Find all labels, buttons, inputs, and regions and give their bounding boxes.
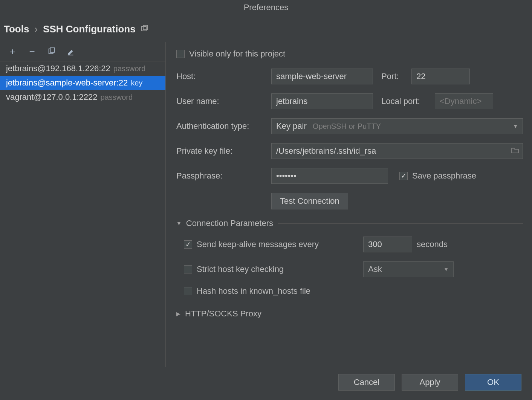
keep-alive-label: Send keep-alive messages every [197, 240, 359, 249]
visible-only-checkbox[interactable] [176, 50, 185, 58]
breadcrumb-current: SSH Configurations [43, 23, 136, 35]
local-port-label: Local port: [381, 96, 430, 106]
chevron-down-icon: ▼ [176, 220, 182, 226]
window-titlebar: Preferences [0, 0, 532, 15]
passphrase-input[interactable] [271, 168, 388, 184]
config-item-label: jetbrains@sample-web-server:22 [6, 78, 128, 88]
config-item[interactable]: jetbrains@sample-web-server:22 key [0, 76, 165, 90]
config-item-hint: password [113, 64, 146, 73]
hash-hosts-checkbox[interactable] [184, 287, 192, 295]
proxy-section[interactable]: ▶ HTTP/SOCKS Proxy [176, 309, 523, 319]
auth-type-select[interactable]: Key pair OpenSSH or PuTTY ▼ [271, 118, 523, 134]
breadcrumb: Tools › SSH Configurations [0, 15, 532, 42]
ok-button[interactable]: OK [465, 374, 521, 391]
config-item[interactable]: jetbrains@192.168.1.226:22 password [0, 61, 165, 76]
save-passphrase-label: Save passphrase [412, 171, 476, 181]
username-label: User name: [176, 96, 267, 106]
cancel-button[interactable]: Cancel [338, 374, 395, 391]
chevron-down-icon: ▼ [513, 123, 518, 129]
port-input[interactable] [411, 69, 470, 84]
visible-only-label: Visible only for this project [189, 49, 285, 59]
apply-button[interactable]: Apply [402, 374, 458, 391]
strict-host-select[interactable]: Ask ▼ [363, 261, 454, 277]
host-input[interactable] [271, 69, 373, 84]
keep-alive-unit: seconds [417, 240, 448, 249]
auth-type-hint: OpenSSH or PuTTY [313, 122, 381, 130]
hash-hosts-label: Hash hosts in known_hosts file [197, 286, 310, 296]
private-key-input[interactable] [271, 143, 523, 159]
username-input[interactable] [271, 93, 373, 109]
breadcrumb-root[interactable]: Tools [4, 23, 29, 35]
host-label: Host: [176, 72, 267, 81]
section-title: Connection Parameters [186, 218, 273, 228]
strict-host-checkbox[interactable] [184, 265, 192, 273]
config-form: Visible only for this project Host: Port… [166, 42, 532, 367]
config-list: jetbrains@192.168.1.226:22 password jetb… [0, 61, 165, 367]
config-sidebar: + − jetbrains@192.168.1.226:22 password … [0, 42, 166, 367]
strict-host-value: Ask [368, 264, 382, 274]
private-key-label: Private key file: [176, 146, 267, 156]
edit-config-button[interactable] [66, 47, 76, 56]
dialog-footer: Cancel Apply OK [0, 367, 532, 397]
svg-rect-1 [143, 25, 148, 30]
keep-alive-interval-input[interactable] [363, 237, 412, 252]
add-config-button[interactable]: + [8, 47, 17, 56]
strict-host-label: Strict host key checking [197, 264, 359, 274]
keep-alive-checkbox[interactable] [184, 240, 192, 249]
port-label: Port: [381, 72, 407, 81]
config-item-hint: key [131, 79, 142, 87]
copy-config-button[interactable] [47, 47, 57, 56]
connection-params-section[interactable]: ▼ Connection Parameters [176, 218, 523, 228]
browse-file-icon[interactable] [511, 146, 519, 156]
auth-type-value: Key pair [276, 121, 307, 131]
local-port-input[interactable] [435, 93, 493, 109]
passphrase-label: Passphrase: [176, 171, 267, 181]
chevron-down-icon: ▼ [443, 266, 449, 272]
config-item-label: vagrant@127.0.0.1:2222 [6, 92, 98, 102]
svg-rect-0 [142, 26, 146, 31]
test-connection-button[interactable]: Test Connection [271, 193, 348, 209]
svg-rect-3 [50, 47, 54, 52]
config-item-hint: password [101, 93, 133, 102]
config-item-label: jetbrains@192.168.1.226:22 [6, 64, 110, 73]
section-title: HTTP/SOCKS Proxy [185, 309, 261, 319]
config-toolbar: + − [0, 42, 165, 61]
auth-type-label: Authentication type: [176, 121, 267, 131]
breadcrumb-separator: › [34, 23, 38, 35]
config-item[interactable]: vagrant@127.0.0.1:2222 password [0, 90, 165, 104]
svg-rect-4 [68, 55, 73, 55]
remove-config-button[interactable]: − [27, 47, 37, 56]
detach-window-icon[interactable] [141, 23, 148, 35]
chevron-right-icon: ▶ [176, 311, 180, 317]
save-passphrase-checkbox[interactable] [399, 172, 408, 180]
